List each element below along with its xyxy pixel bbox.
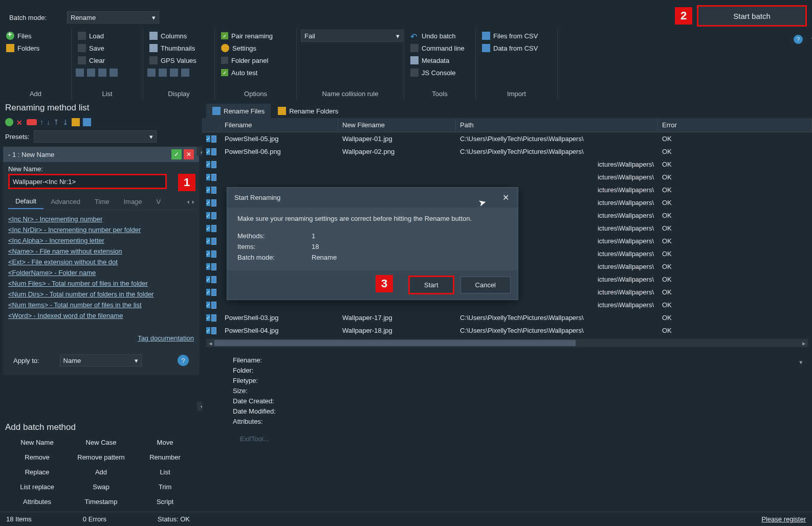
settings-button[interactable]: Settings <box>219 42 292 54</box>
metadata-button[interactable]: Metadata <box>408 54 471 66</box>
dialog-start-button[interactable]: Start <box>408 276 454 294</box>
scrollbar-thumb[interactable] <box>214 340 576 346</box>
tag-link[interactable]: <Inc Nr> - Incrementing number <box>8 214 194 224</box>
checkbox-icon[interactable]: ✓ <box>206 212 210 219</box>
scroll-right-icon[interactable]: ▸ <box>800 339 808 347</box>
batch-method-replace[interactable]: Replace <box>5 466 69 478</box>
pair-renaming-toggle[interactable]: ✓Pair renaming <box>219 30 292 42</box>
move-top-icon[interactable]: ⤒ <box>53 118 59 126</box>
col-error[interactable]: Error <box>658 119 812 131</box>
disp-icon-4[interactable] <box>181 68 189 77</box>
method-close-icon[interactable]: ✕ <box>184 149 194 159</box>
exiftool-button[interactable]: ExifTool... <box>233 432 276 446</box>
tag-link[interactable]: <Num Items> - Total number of files in t… <box>8 300 194 310</box>
collision-rule-select[interactable]: Fail▾ <box>301 30 403 42</box>
tag-link[interactable]: <Name> - File name without extension <box>8 246 194 257</box>
scroll-down-icon[interactable]: ▾ <box>197 402 202 411</box>
horizontal-scrollbar[interactable]: ◂ ▸ <box>206 339 808 347</box>
tag-documentation-link[interactable]: Tag documentation <box>8 330 194 346</box>
checkbox-icon[interactable]: ✓ <box>206 187 210 193</box>
dialog-close-button[interactable]: ✕ <box>500 193 511 202</box>
batch-method-move[interactable]: Move <box>133 437 197 448</box>
col-filename[interactable]: Filename <box>221 119 338 131</box>
batch-method-script[interactable]: Script <box>133 496 197 508</box>
table-row[interactable]: ✓ictures\Wallpapers\OK <box>202 171 812 184</box>
scroll-left-icon[interactable]: ◂ <box>206 339 214 347</box>
tag-link[interactable]: <Inc Alpha> - Incrementing letter <box>8 235 194 246</box>
thumbnails-button[interactable]: Thumbnails <box>147 42 210 54</box>
list-icon-1[interactable] <box>76 68 84 77</box>
tag-tab-v[interactable]: V <box>149 195 168 209</box>
batch-method-remove-pattern[interactable]: Remove pattern <box>69 451 133 463</box>
columns-button[interactable]: Columns <box>147 30 210 42</box>
load-button[interactable]: Load <box>76 30 139 42</box>
checkbox-icon[interactable]: ✓ <box>206 135 210 142</box>
batch-method-timestamp[interactable]: Timestamp <box>69 496 133 508</box>
checkbox-icon[interactable]: ✓ <box>206 276 210 283</box>
batch-mode-select[interactable]: Rename ▾ <box>67 11 159 24</box>
col-new-filename[interactable]: New Filename <box>338 119 456 131</box>
checkbox-icon[interactable]: ✓ <box>206 327 210 334</box>
table-row[interactable]: ✓PowerShell-04.jpgWallpaper-18.jpgC:\Use… <box>202 324 812 337</box>
method-apply-icon[interactable]: ✓ <box>171 149 182 159</box>
disp-icon-2[interactable] <box>159 68 167 77</box>
register-link[interactable]: Please register <box>761 515 806 523</box>
undo-batch-button[interactable]: Undo batch <box>408 30 471 42</box>
add-method-icon[interactable] <box>5 118 13 126</box>
table-row[interactable]: ✓ictures\Wallpapers\OK <box>202 299 812 311</box>
add-folders-button[interactable]: Folders <box>4 42 67 54</box>
command-line-button[interactable]: Command line <box>408 42 471 54</box>
disp-icon-1[interactable] <box>147 68 156 77</box>
delete-method-icon[interactable] <box>16 119 24 126</box>
table-row[interactable]: ✓PowerShell-06.pngWallpaper-02.pngC:\Use… <box>202 145 812 158</box>
table-row[interactable]: ✓PowerShell-03.jpgWallpaper-17.jpgC:\Use… <box>202 311 812 324</box>
checkbox-icon[interactable]: ✓ <box>206 174 210 180</box>
batch-method-list[interactable]: List <box>133 466 197 478</box>
dialog-cancel-button[interactable]: Cancel <box>460 277 511 293</box>
tab-prev-icon[interactable]: ‹ <box>187 198 189 205</box>
batch-method-new-case[interactable]: New Case <box>69 437 133 448</box>
batch-method-swap[interactable]: Swap <box>69 481 133 493</box>
batch-method-new-name[interactable]: New Name <box>5 437 69 448</box>
move-up-icon[interactable]: ↑ <box>40 118 43 126</box>
checkbox-icon[interactable]: ✓ <box>206 314 210 321</box>
batch-method-attributes[interactable]: Attributes <box>5 496 69 508</box>
list-icon-2[interactable] <box>87 68 95 77</box>
tab-rename-folders[interactable]: Rename Folders <box>272 104 344 118</box>
checkbox-icon[interactable]: ✓ <box>206 161 210 168</box>
batch-method-list-replace[interactable]: List replace <box>5 481 69 493</box>
collapse-icon[interactable]: ▾ <box>799 358 803 366</box>
scroll-up-icon[interactable]: ▴ <box>197 147 202 156</box>
checkbox-icon[interactable]: ✓ <box>206 263 210 270</box>
tag-tab-advanced[interactable]: Advanced <box>43 195 87 209</box>
disp-icon-3[interactable] <box>170 68 178 77</box>
table-row[interactable]: ✓ictures\Wallpapers\OK <box>202 158 812 171</box>
gps-button[interactable]: GPS Values <box>147 54 210 66</box>
checkbox-icon[interactable]: ✓ <box>206 199 210 206</box>
tab-next-icon[interactable]: › <box>192 198 194 205</box>
apply-to-select[interactable]: Name ▾ <box>60 354 142 367</box>
auto-test-toggle[interactable]: ✓Auto test <box>219 66 292 79</box>
folder-icon[interactable] <box>72 118 80 126</box>
save-button[interactable]: Save <box>76 42 139 54</box>
tag-link[interactable]: <Inc NrDir> - Incrementing number per fo… <box>8 224 194 235</box>
add-files-button[interactable]: Files <box>4 30 67 42</box>
folder-panel-toggle[interactable]: Folder panel <box>219 54 292 66</box>
checkbox-icon[interactable]: ✓ <box>206 250 210 257</box>
checkbox-icon[interactable]: ✓ <box>206 238 210 244</box>
move-bottom-icon[interactable]: ⤓ <box>62 118 69 126</box>
checkbox-icon[interactable]: ✓ <box>206 302 210 308</box>
tag-link[interactable]: <FolderName> - Folder name <box>8 267 194 278</box>
clear-button[interactable]: Clear <box>76 54 139 66</box>
new-name-input[interactable]: Wallpaper-<Inc Nr:1> <box>8 174 167 189</box>
tag-link[interactable]: <Num Files> - Total number of files in t… <box>8 278 194 289</box>
tab-rename-files[interactable]: Rename Files <box>206 104 271 118</box>
tag-link[interactable]: <Word> - Indexed word of the filename <box>8 310 194 321</box>
tag-tab-time[interactable]: Time <box>87 195 116 209</box>
tag-tab-image[interactable]: Image <box>116 195 149 209</box>
batch-method-add[interactable]: Add <box>69 466 133 478</box>
presets-select[interactable]: ▾ <box>34 130 157 143</box>
disable-method-icon[interactable] <box>27 119 37 125</box>
tag-link[interactable]: <Ext> - File extension without the dot <box>8 257 194 267</box>
start-batch-button[interactable]: Start batch <box>697 5 807 27</box>
